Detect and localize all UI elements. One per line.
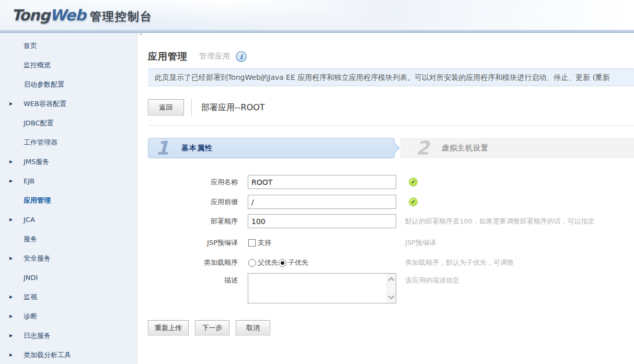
description-hint: 该应用的描述信息	[405, 273, 634, 288]
sidebar-item[interactable]: ▶ 首页	[0, 36, 137, 55]
sidebar-item-label: JDBC配置	[24, 119, 54, 127]
step-chevron-icon	[389, 142, 400, 153]
sidebar-item[interactable]: ▶ EJB	[0, 171, 137, 191]
wizard-step-2[interactable]: 2 虚拟主机设置	[400, 138, 634, 158]
sidebar-item[interactable]: ▶ 日志服务	[0, 326, 137, 345]
classload-child-radio[interactable]	[279, 259, 286, 267]
textarea-scrollbar[interactable]	[386, 274, 396, 303]
expand-arrow-icon[interactable]: ▶	[9, 287, 13, 307]
sidebar-item[interactable]: ▶ 服务	[0, 229, 137, 249]
sidebar-item-label: 安全服务	[24, 254, 51, 262]
sidebar-item[interactable]: ▶ 应用管理	[0, 191, 137, 210]
step-1-label: 基本属性	[181, 144, 213, 153]
sidebar-item-label: WEB容器配置	[24, 100, 66, 108]
sidebar-item[interactable]: ▶ JDBC配置	[0, 113, 137, 133]
sidebar-item-label: 应用管理	[24, 196, 51, 204]
deploy-order-hint: 默认的部署顺序是100，如果需要调整部署顺序的话，可以指定	[405, 214, 634, 229]
logo-text-suffix: 管理控制台	[90, 10, 153, 23]
deploy-heading: 部署应用--ROOT	[201, 99, 265, 115]
form-row-classload-order: 类加载顺序 父优先 子优先 类加载顺序，默认为子优先，可调整	[137, 255, 634, 270]
sidebar-item[interactable]: ▶ JNDI	[0, 268, 137, 287]
sidebar-item-label: 监视	[24, 293, 37, 301]
jsp-precompile-label: JSP预编译	[148, 236, 238, 250]
sidebar-item[interactable]: ▶ JMS服务	[0, 152, 137, 171]
deploy-order-input[interactable]	[248, 214, 396, 228]
form-row-app-prefix: 应用前缀 ✔	[137, 195, 634, 209]
jsp-precompile-option-label: 支持	[258, 238, 271, 248]
valid-check-icon: ✔	[409, 197, 418, 206]
notice-text: 此页显示了已经部署到TongWeb的Java EE 应用程序和独立应用程序模块列…	[155, 73, 610, 81]
sidebar-item-label: 工作管理器	[24, 138, 57, 146]
expand-arrow-icon[interactable]: ▶	[9, 307, 13, 326]
sidebar-item[interactable]: ▶ 监控概览	[0, 55, 137, 75]
sidebar-item-label: 启动参数配置	[24, 80, 64, 88]
expand-arrow-icon[interactable]: ▶	[9, 94, 13, 113]
sidebar-item[interactable]: ▶ WEB容器配置	[0, 94, 137, 113]
sidebar-item-label: JCA	[24, 216, 35, 224]
vertical-divider	[191, 99, 192, 116]
main-content: ` 应用管理 管理应用 i 此页显示了已经部署到TongWeb的Java EE …	[137, 33, 634, 364]
logo-text-tong: Tong	[11, 6, 50, 24]
cancel-button[interactable]: 取消	[236, 320, 270, 335]
sidebar-item-label: 诊断	[24, 312, 37, 320]
sidebar-item-label: JMS服务	[24, 158, 49, 166]
next-step-button[interactable]: 下一步	[195, 320, 229, 335]
back-button[interactable]: 返回	[148, 99, 184, 115]
expand-arrow-icon[interactable]: ▶	[9, 326, 13, 345]
app-prefix-label: 应用前缀	[148, 195, 238, 209]
form-row-deploy-order: 部署顺序 默认的部署顺序是100，如果需要调整部署顺序的话，可以指定	[137, 214, 634, 229]
tongweb-console-window: TongWeb管理控制台 ▶ 首页 ▶ 监控概览 ▶ 启动参数配置 ▶ WEB容…	[0, 0, 634, 364]
app-header: TongWeb管理控制台	[0, 0, 634, 30]
sidebar-item[interactable]: ▶ 监视	[0, 287, 137, 307]
sidebar-item-label: 日志服务	[24, 332, 51, 339]
sidebar-item[interactable]: ▶ 诊断	[0, 307, 137, 326]
sidebar-item-label: 类加载分析工具	[24, 351, 71, 359]
page-subtitle: 管理应用	[199, 52, 230, 61]
horizontal-separator	[148, 125, 634, 126]
description-textarea[interactable]	[248, 274, 386, 303]
expand-arrow-icon[interactable]: ▶	[9, 152, 13, 171]
classload-child-label: 子优先	[288, 258, 308, 267]
action-button-row: 重新上传 下一步 取消	[148, 320, 274, 336]
description-label: 描述	[148, 273, 238, 288]
app-name-label: 应用名称	[148, 175, 238, 190]
sidebar-item-label: 首页	[24, 42, 37, 50]
sidebar-item[interactable]: ▶ JCA	[0, 210, 137, 229]
expand-arrow-icon[interactable]: ▶	[9, 345, 13, 364]
notice-bar: 此页显示了已经部署到TongWeb的Java EE 应用程序和独立应用程序模块列…	[148, 68, 634, 86]
sidebar-nav: ▶ 首页 ▶ 监控概览 ▶ 启动参数配置 ▶ WEB容器配置 ▶ JDBC配置	[0, 33, 137, 364]
step-2-number: 2	[416, 139, 429, 158]
description-textarea-frame	[248, 273, 396, 303]
sidebar-item[interactable]: ▶ 安全服务	[0, 249, 137, 268]
sidebar-item-label: EJB	[24, 177, 34, 185]
classload-parent-radio[interactable]	[248, 259, 256, 267]
jsp-precompile-controls: 支持	[248, 236, 271, 250]
sidebar-item[interactable]: ▶ 工作管理器	[0, 133, 137, 152]
form-row-app-name: 应用名称 ✔	[137, 175, 634, 190]
sidebar-item[interactable]: ▶ 启动参数配置	[0, 75, 137, 94]
logo-text-web: Web	[50, 6, 85, 24]
stray-mark: `	[140, 33, 143, 41]
classload-order-label: 类加载顺序	[148, 255, 238, 270]
expand-arrow-icon[interactable]: ▶	[9, 171, 13, 191]
sidebar-item[interactable]: ▶ 类加载分析工具	[0, 345, 137, 364]
expand-arrow-icon[interactable]: ▶	[9, 210, 13, 229]
tongweb-logo: TongWeb管理控制台	[11, 6, 153, 25]
scroll-up-icon[interactable]	[388, 277, 395, 284]
page-title-row: 应用管理 管理应用 i	[148, 50, 247, 63]
info-icon[interactable]: i	[236, 51, 247, 62]
step-2-label: 虚拟主机设置	[442, 144, 489, 153]
app-name-input[interactable]	[248, 175, 396, 189]
form-row-description: 描述 该应用的描述信息	[137, 273, 634, 304]
wizard-step-1[interactable]: 1 基本属性	[148, 138, 395, 158]
scroll-down-icon[interactable]	[388, 293, 395, 300]
expand-arrow-icon[interactable]: ▶	[9, 249, 13, 268]
page-title: 应用管理	[148, 50, 188, 63]
valid-check-icon: ✔	[409, 178, 418, 186]
jsp-precompile-checkbox[interactable]	[248, 239, 256, 246]
sidebar-item-label: 监控概览	[24, 61, 51, 69]
reupload-button[interactable]: 重新上传	[148, 320, 189, 335]
app-prefix-input[interactable]	[248, 195, 396, 209]
deploy-order-label: 部署顺序	[148, 214, 238, 229]
step-1-number: 1	[156, 139, 169, 158]
